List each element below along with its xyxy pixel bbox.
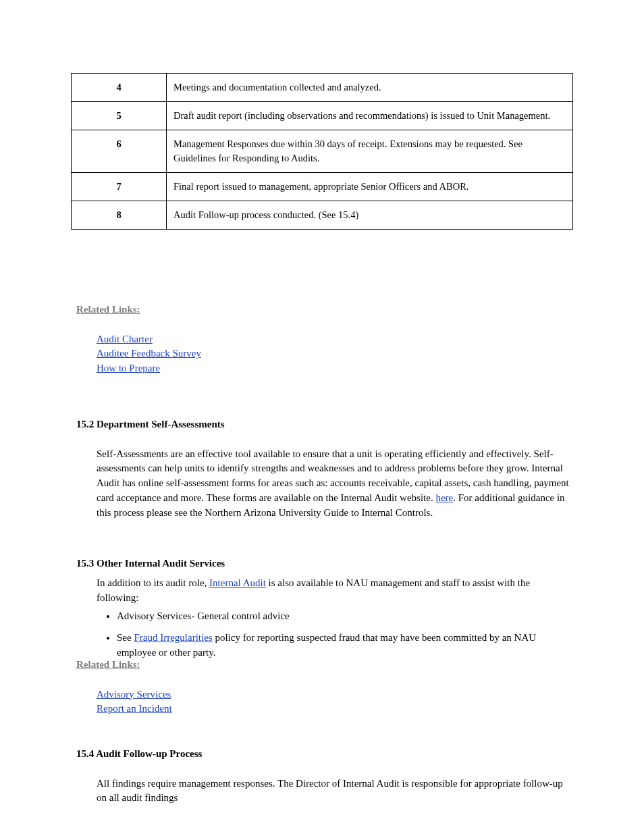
related-links-heading: Related Links: xyxy=(76,304,140,315)
section-15-3: 15.3 Other Internal Audit Services In ad… xyxy=(76,556,573,667)
table-cell-step: 5 xyxy=(72,102,167,130)
section-15-4: 15.4 Audit Follow-up Process All finding… xyxy=(76,747,573,806)
table-cell-desc: Meetings and documentation collected and… xyxy=(167,74,573,102)
section-body: All findings require management response… xyxy=(97,777,573,806)
table-cell-desc: Draft audit report (including observatio… xyxy=(167,102,573,130)
table-row: 5 Draft audit report (including observat… xyxy=(72,102,573,130)
link-audit-charter[interactable]: Audit Charter xyxy=(97,334,153,344)
list-item-prefix: See xyxy=(117,632,134,643)
table-cell-desc: Final report issued to management, appro… xyxy=(167,173,573,201)
list-item: Advisory Services- General control advic… xyxy=(117,609,573,624)
section-heading: 15.2 Department Self-Assessments xyxy=(76,417,573,432)
section-body: Self-Assessments are an effective tool a… xyxy=(97,447,573,521)
services-list: Advisory Services- General control advic… xyxy=(76,609,573,660)
link-advisory-services[interactable]: Advisory Services xyxy=(97,689,171,700)
table-cell-desc: Audit Follow-up process conducted. (See … xyxy=(167,201,573,230)
table-row: 6 Management Responses due within 30 day… xyxy=(72,130,573,173)
table-cell-step: 8 xyxy=(72,201,167,230)
table-row: 7 Final report issued to management, app… xyxy=(72,173,573,201)
table-cell-step: 6 xyxy=(72,130,167,173)
table-cell-desc: Management Responses due within 30 days … xyxy=(167,130,573,173)
link-auditee-feedback-survey[interactable]: Auditee Feedback Survey xyxy=(97,348,201,359)
link-how-to-prepare[interactable]: How to Prepare xyxy=(97,363,160,373)
link-here[interactable]: here xyxy=(435,492,453,503)
section-heading: 15.4 Audit Follow-up Process xyxy=(76,747,573,762)
table-cell-step: 4 xyxy=(72,74,167,102)
related-links-block: Related Links: Audit Charter Auditee Fee… xyxy=(76,303,573,376)
list-item-text: Advisory Services- General control advic… xyxy=(117,610,290,621)
section-15-2: 15.2 Department Self-Assessments Self-As… xyxy=(76,417,573,520)
table-cell-step: 7 xyxy=(72,173,167,201)
list-item: See Fraud Irregularities policy for repo… xyxy=(117,631,573,660)
link-internal-audit[interactable]: Internal Audit xyxy=(209,577,266,588)
table-row: 8 Audit Follow-up process conducted. (Se… xyxy=(72,201,573,230)
link-report-an-incident[interactable]: Report an Incident xyxy=(97,703,172,714)
related-links-heading: Related Links: xyxy=(76,659,140,670)
audit-steps-table: 4 Meetings and documentation collected a… xyxy=(71,73,573,230)
section-intro-pre: In addition to its audit role, xyxy=(97,577,209,588)
section-heading: 15.3 Other Internal Audit Services xyxy=(76,556,573,571)
section-body-text: All findings require management response… xyxy=(97,778,563,804)
table-row: 4 Meetings and documentation collected a… xyxy=(72,74,573,102)
document-page: 4 Meetings and documentation collected a… xyxy=(0,0,644,834)
related-links-block: Related Links: Advisory Services Report … xyxy=(76,658,573,716)
section-intro: In addition to its audit role, Internal … xyxy=(97,576,573,606)
link-fraud-irregularities[interactable]: Fraud Irregularities xyxy=(134,632,212,643)
